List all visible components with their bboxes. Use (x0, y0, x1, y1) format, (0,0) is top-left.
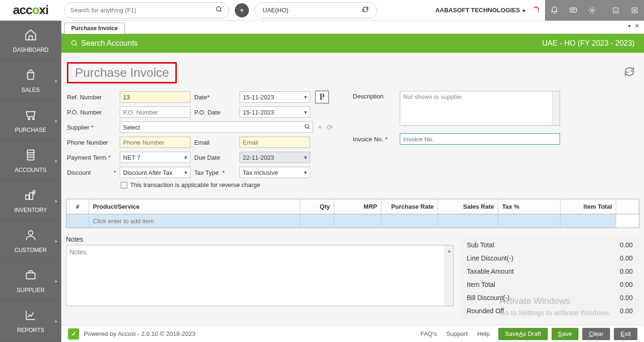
svg-point-3 (591, 9, 594, 11)
org-selector[interactable]: UAE(HO) (255, 2, 377, 18)
sidebar-customer[interactable]: CUSTOMER▸ (0, 221, 61, 261)
calculator-icon (24, 148, 37, 165)
save-draft-button[interactable]: Save As Draft (498, 328, 548, 340)
svg-point-10 (33, 118, 34, 120)
svg-line-25 (75, 44, 77, 46)
clear-button[interactable]: Clear (582, 328, 610, 340)
invoice-no-input[interactable] (400, 133, 560, 145)
podate-input[interactable]: 15-11-2023▼ (239, 106, 310, 118)
add-supplier-icon[interactable]: + (318, 123, 322, 132)
chevron-down-icon: ▼ (183, 155, 188, 160)
company-name[interactable]: AABASOFT TECHNOLOGIES (435, 7, 520, 14)
svg-rect-4 (613, 8, 619, 13)
faq-link[interactable]: FAQ's (421, 330, 437, 337)
search-icon (304, 123, 311, 131)
chart-icon (24, 309, 37, 325)
search-input[interactable] (70, 7, 215, 14)
bell-icon[interactable] (545, 0, 564, 21)
gear-icon[interactable] (583, 0, 602, 21)
footer-powered: Powered by Accoxi - 2.0.10 © 2018-2023 (84, 330, 196, 337)
col-mrp: MRP (334, 199, 381, 214)
search-accounts[interactable]: Search Accounts (71, 39, 138, 48)
close-icon[interactable] (625, 0, 644, 21)
brand-swirl-icon (529, 4, 542, 17)
chevron-down-icon: ▼ (183, 170, 188, 175)
cart-icon (24, 108, 37, 125)
sidebar-accounts[interactable]: ACCOUNTS▸ (0, 141, 61, 181)
phone-input[interactable] (120, 137, 190, 148)
ref-input[interactable]: 13 (120, 91, 190, 103)
page-title: Purchase Invoice (67, 62, 177, 83)
taxtype-label: Tax Type* (194, 169, 239, 176)
svg-rect-19 (26, 195, 29, 199)
po-input[interactable] (120, 106, 190, 118)
svg-rect-23 (26, 273, 35, 279)
reverse-charge-label: This transaction is applicable for rever… (130, 181, 260, 188)
support-link[interactable]: Support (446, 330, 468, 337)
svg-line-27 (308, 127, 310, 129)
tab-menu-icon[interactable]: ▾ (628, 23, 631, 29)
refresh-icon[interactable] (623, 65, 636, 81)
user-icon (24, 228, 37, 245)
reverse-charge-checkbox[interactable] (121, 182, 127, 188)
help-link[interactable]: Help (477, 330, 490, 337)
minimize-icon[interactable] (606, 0, 625, 21)
sidebar-dashboard[interactable]: DASHBOARD (0, 21, 61, 61)
svg-point-22 (28, 230, 33, 235)
svg-point-15 (32, 155, 33, 155)
po-label: P.O. Number (67, 109, 120, 116)
col-total: Item Total (561, 199, 616, 214)
svg-point-14 (30, 155, 31, 155)
description-input[interactable]: Not shown to supplier (400, 91, 560, 126)
svg-line-1 (220, 10, 222, 12)
global-search[interactable] (64, 2, 229, 18)
save-button[interactable]: Save (552, 328, 579, 340)
disc-label: Discount* (67, 169, 120, 176)
sidebar-sales[interactable]: SALES▸ (0, 61, 61, 101)
date-input[interactable]: 15-11-2023▼ (239, 91, 310, 103)
chevron-down-icon: ▼ (303, 95, 308, 100)
discount-select[interactable]: Discount After Tax▼ (120, 167, 190, 178)
supplier-label: Supplier* (67, 124, 120, 131)
supplier-select[interactable]: Select (120, 122, 313, 133)
items-grid: # Product/Service Qty MRP Purchase Rate … (66, 199, 639, 228)
footer-logo-icon: ✓ (68, 328, 79, 340)
bag-icon (24, 68, 37, 85)
due-label: Due Date (194, 154, 239, 161)
email-input[interactable] (239, 137, 310, 148)
refresh-supplier-icon[interactable]: ⟳ (327, 123, 333, 132)
chat-icon[interactable] (564, 0, 583, 21)
email-label: Email (194, 139, 239, 146)
phone-label: Phone Number (67, 139, 120, 146)
tab-purchase-invoice[interactable]: Purchase Invoice (64, 23, 125, 34)
notes-input[interactable]: Notes ▴ (66, 245, 454, 306)
svg-point-21 (33, 190, 35, 193)
tab-close-icon[interactable]: ✕ (635, 23, 639, 29)
svg-rect-2 (570, 8, 577, 12)
sidebar-reports[interactable]: REPORTS▸ (0, 301, 61, 341)
inv-label: Invoice No. * (353, 136, 400, 143)
svg-point-16 (29, 157, 29, 157)
scrollbar[interactable] (552, 91, 560, 125)
svg-point-9 (28, 118, 30, 120)
sync-icon (362, 6, 369, 15)
col-product: Product/Service (89, 199, 300, 214)
add-button[interactable]: + (235, 3, 249, 17)
sidebar-supplier[interactable]: SUPPLIER▸ (0, 261, 61, 301)
svg-point-17 (30, 157, 31, 157)
podate-label: P.O. Date (194, 109, 239, 116)
scrollbar[interactable]: ▴ (445, 245, 453, 306)
svg-point-24 (72, 41, 76, 45)
grid-new-row[interactable]: Click enter to add item (66, 214, 639, 228)
date-label: Date* (194, 94, 239, 101)
p-button[interactable]: P (315, 90, 329, 104)
exit-button[interactable]: Exit (614, 328, 637, 340)
svg-point-13 (29, 155, 29, 155)
ref-label: Ref. Number (67, 94, 120, 101)
term-select[interactable]: NET 7▼ (120, 152, 190, 163)
sidebar-inventory[interactable]: INVENTORY▸ (0, 181, 61, 221)
taxtype-select[interactable]: Tax Inclusive▼ (239, 167, 310, 178)
sidebar-purchase[interactable]: PURCHASE▸ (0, 101, 61, 141)
col-srate: Sales Rate (438, 199, 498, 214)
totals-panel: Sub Total0.00 Line Discount(-)0.00 Taxab… (460, 236, 639, 318)
